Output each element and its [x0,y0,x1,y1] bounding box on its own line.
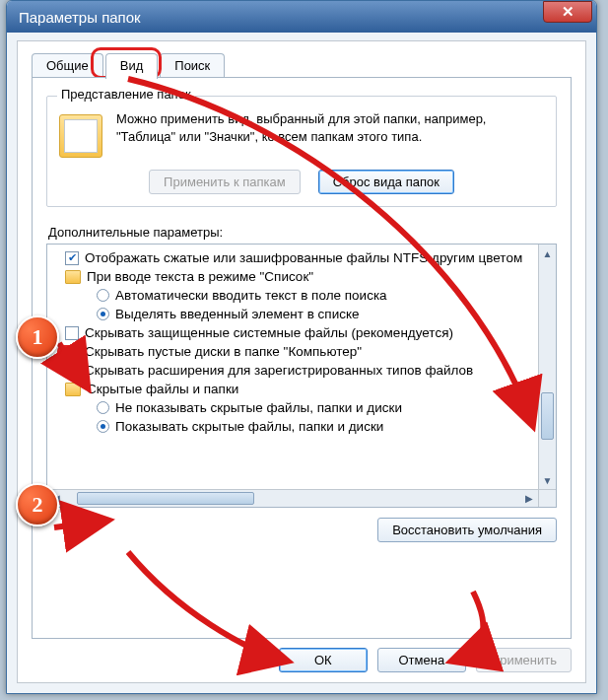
scroll-right-icon[interactable]: ▶ [520,490,538,507]
tab-strip: Общие Вид Поиск [32,53,572,79]
advanced-settings-tree[interactable]: Отображать сжатые или зашифрованные файл… [46,244,557,508]
cancel-button[interactable]: Отмена [377,648,466,672]
dialog-buttons: ОК Отмена Применить [279,648,572,672]
setting-label: Показывать скрытые файлы, папки и диски [115,419,383,434]
tab-general[interactable]: Общие [32,53,103,79]
restore-defaults-button[interactable]: Восстановить умолчания [377,518,557,542]
close-button[interactable]: ✕ [543,1,592,23]
setting-label: Автоматически вводить текст в поле поиск… [115,288,387,303]
setting-label: Отображать сжатые или зашифрованные файл… [85,250,522,265]
close-icon: ✕ [562,3,574,21]
tab-page-view: Представление папок Можно применить вид,… [32,77,572,639]
setting-item-4[interactable]: Скрывать защищенные системные файлы (рек… [65,323,530,342]
scroll-left-icon[interactable]: ◀ [47,490,65,507]
client-area: Общие Вид Поиск Представление папок Можн… [17,40,586,683]
setting-item-9[interactable]: Показывать скрытые файлы, папки и диски [65,417,530,436]
folder-icon [65,383,81,396]
setting-item-5[interactable]: Скрывать пустые диски в папке "Компьютер… [65,342,530,361]
scrollbar-corner [538,489,556,507]
vertical-scroll-thumb[interactable] [541,392,554,440]
setting-item-8[interactable]: Не показывать скрытые файлы, папки и дис… [65,398,530,417]
checkbox-icon[interactable] [65,326,79,340]
ok-button[interactable]: ОК [279,648,368,672]
horizontal-scroll-thumb[interactable] [77,492,254,505]
apply-button[interactable]: Применить [476,648,572,672]
checkbox-icon[interactable] [65,251,79,265]
advanced-settings-label: Дополнительные параметры: [48,225,555,240]
setting-item-2[interactable]: Автоматически вводить текст в поле поиск… [65,286,530,305]
folder-icon [59,114,102,158]
setting-item-3[interactable]: Выделять введенный элемент в списке [65,305,530,323]
setting-label: При вводе текста в режиме "Список" [87,269,313,284]
setting-label: Скрывать защищенные системные файлы (рек… [85,325,453,340]
scroll-up-icon[interactable]: ▲ [539,245,556,262]
folder-views-legend: Представление папок [57,87,195,102]
setting-item-6[interactable]: Скрывать расширения для зарегистрированн… [65,361,530,380]
reset-folder-views-button[interactable]: Сброс вида папок [318,170,454,194]
radio-icon[interactable] [97,289,109,302]
radio-icon[interactable] [97,308,109,320]
apply-to-folders-button[interactable]: Применить к папкам [149,170,301,194]
tab-view[interactable]: Вид [105,53,159,79]
titlebar[interactable]: Параметры папок ✕ [7,1,596,33]
setting-label: Не показывать скрытые файлы, папки и дис… [115,400,402,415]
setting-label: Скрывать пустые диски в папке "Компьютер… [85,344,362,359]
folder-views-text: Можно применить вид, выбранный для этой … [116,110,544,158]
folder-views-group: Представление папок Можно применить вид,… [46,96,557,207]
setting-label: Скрывать расширения для зарегистрированн… [85,363,473,378]
tab-search[interactable]: Поиск [160,53,225,79]
vertical-scrollbar[interactable]: ▲ ▼ [538,245,556,489]
window-title: Параметры папок [19,9,543,26]
radio-icon[interactable] [97,401,109,414]
setting-label: Скрытые файлы и папки [87,382,238,396]
checkbox-icon[interactable] [65,364,79,378]
folder-icon [65,270,81,284]
setting-label: Выделять введенный элемент в списке [115,307,360,321]
setting-item-0[interactable]: Отображать сжатые или зашифрованные файл… [65,248,530,267]
horizontal-scrollbar[interactable]: ◀ ▶ [47,489,538,507]
scroll-down-icon[interactable]: ▼ [539,471,556,489]
setting-item-1: При вводе текста в режиме "Список" [65,267,530,286]
setting-item-7: Скрытые файлы и папки [65,380,530,398]
radio-icon[interactable] [97,420,109,433]
checkbox-icon[interactable] [65,345,79,359]
folder-options-window: Параметры папок ✕ Общие Вид Поиск Предст… [6,0,597,694]
